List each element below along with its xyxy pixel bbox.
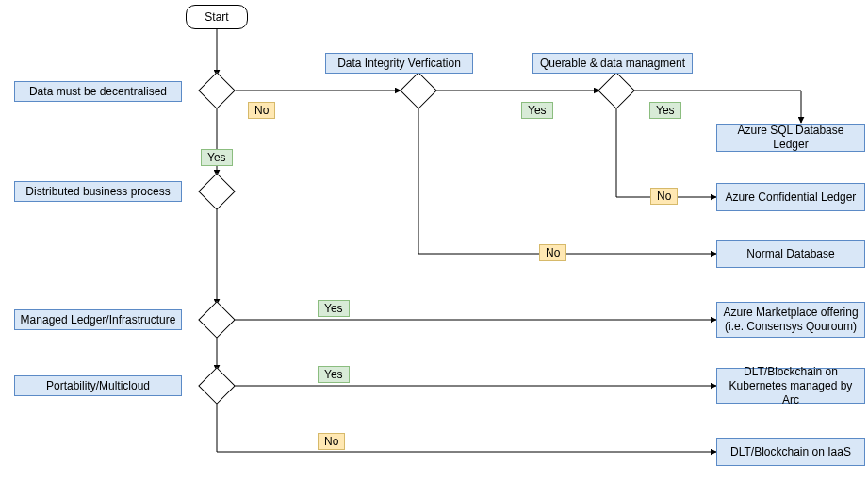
decision-portability	[198, 367, 236, 405]
decision-decentralised	[198, 72, 236, 109]
start-node: Start	[186, 5, 248, 29]
label-portability: Portability/Multicloud	[14, 375, 182, 396]
label-managed: Managed Ledger/Infrastructure	[14, 309, 182, 330]
edge-yes: Yes	[521, 102, 553, 119]
outcome-marketplace: Azure Marketplace offering (i.e. Consens…	[716, 302, 865, 338]
outcome-normal-database: Normal Database	[716, 240, 865, 268]
edge-no: No	[539, 244, 566, 261]
label-distributed: Distributed business process	[14, 181, 182, 202]
edge-no: No	[650, 188, 678, 205]
edge-no: No	[318, 433, 345, 450]
decision-querable	[598, 72, 635, 109]
edge-yes: Yes	[201, 149, 233, 166]
outcome-dlt-iaas: DLT/Blockchain on IaaS	[716, 438, 865, 466]
label-querable: Querable & data managment	[532, 53, 693, 74]
edge-yes: Yes	[318, 300, 350, 317]
decision-managed	[198, 301, 236, 339]
decision-integrity	[400, 72, 437, 109]
decision-distributed	[198, 173, 236, 210]
outcome-sql-ledger: Azure SQL Database Ledger	[716, 124, 865, 152]
outcome-dlt-kubernetes: DLT/Blockchain on Kubernetes managed by …	[716, 368, 865, 404]
edge-yes: Yes	[318, 366, 350, 383]
label-decentralised: Data must be decentralised	[14, 81, 182, 102]
edge-no: No	[248, 102, 275, 119]
label-integrity: Data Integrity Verfication	[325, 53, 473, 74]
flowchart-canvas: Start Data must be decentralised Data In…	[0, 0, 868, 482]
edge-yes: Yes	[649, 102, 681, 119]
outcome-confidential-ledger: Azure Confidential Ledger	[716, 183, 865, 211]
